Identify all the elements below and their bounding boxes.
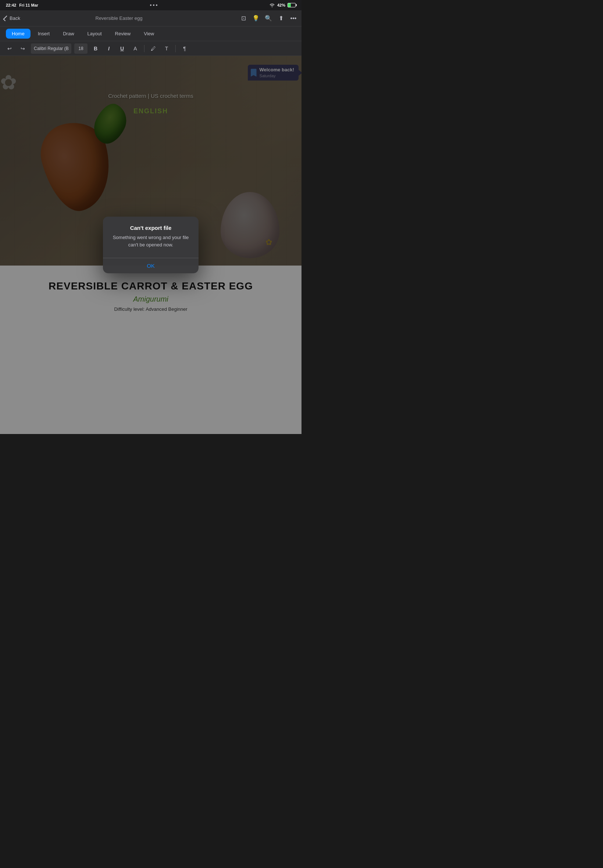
tab-layout[interactable]: Layout	[82, 29, 108, 39]
tablet-icon[interactable]: ⊡	[240, 15, 247, 22]
tab-view[interactable]: View	[138, 29, 160, 39]
underline-button[interactable]: U	[117, 43, 127, 54]
bold-button[interactable]: B	[90, 43, 101, 54]
status-time: 22:42	[6, 3, 16, 7]
main-content: ✿ ✿ Crochet pattern | US crochet terms E…	[0, 56, 302, 434]
font-selector[interactable]	[31, 43, 71, 54]
battery-percent: 42%	[277, 3, 285, 7]
status-date: Fri 11 Mar	[19, 3, 38, 7]
modal-ok-button[interactable]: OK	[103, 258, 199, 273]
font-color-icon[interactable]: A	[130, 43, 141, 54]
modal-title: Can't export file	[110, 225, 191, 231]
modal-body: Can't export file Something went wrong a…	[103, 217, 199, 252]
toolbar: ↩ ↪ B I U A 🖊 T ¶	[0, 41, 302, 56]
modal-overlay: Can't export file Something went wrong a…	[0, 56, 302, 434]
modal-actions: OK	[103, 258, 199, 273]
modal-dialog: Can't export file Something went wrong a…	[103, 217, 199, 273]
title-icons: ⊡ 💡 🔍 ⬆ •••	[240, 15, 297, 22]
tab-review[interactable]: Review	[109, 29, 137, 39]
tab-home[interactable]: Home	[6, 29, 31, 39]
paragraph-icon[interactable]: ¶	[179, 43, 190, 54]
battery-icon	[288, 3, 295, 7]
modal-message: Something went wrong and your file can't…	[110, 234, 191, 248]
text-styles-icon[interactable]: T	[161, 43, 172, 54]
redo-icon[interactable]: ↪	[18, 43, 28, 54]
title-bar: Back Reversible Easter egg ⊡ 💡 🔍 ⬆ •••	[0, 10, 302, 26]
document-title: Reversible Easter egg	[0, 15, 240, 21]
tab-draw[interactable]: Draw	[57, 29, 80, 39]
toolbar-separator-2	[175, 45, 176, 52]
lightbulb-icon[interactable]: 💡	[252, 15, 260, 22]
highlight-icon[interactable]: 🖊	[148, 43, 158, 54]
search-icon[interactable]: 🔍	[265, 15, 272, 22]
font-size-input[interactable]	[74, 43, 88, 54]
status-bar: 22:42 Fri 11 Mar 42%	[0, 0, 302, 10]
more-icon[interactable]: •••	[290, 15, 297, 22]
notification-dots	[150, 5, 158, 6]
tab-insert[interactable]: Insert	[32, 29, 56, 39]
ribbon-tabs: Home Insert Draw Layout Review View	[0, 26, 302, 41]
wifi-icon	[269, 3, 275, 7]
undo-icon[interactable]: ↩	[5, 43, 15, 54]
italic-button[interactable]: I	[104, 43, 114, 54]
share-icon[interactable]: ⬆	[277, 15, 284, 22]
toolbar-separator-1	[144, 45, 144, 52]
